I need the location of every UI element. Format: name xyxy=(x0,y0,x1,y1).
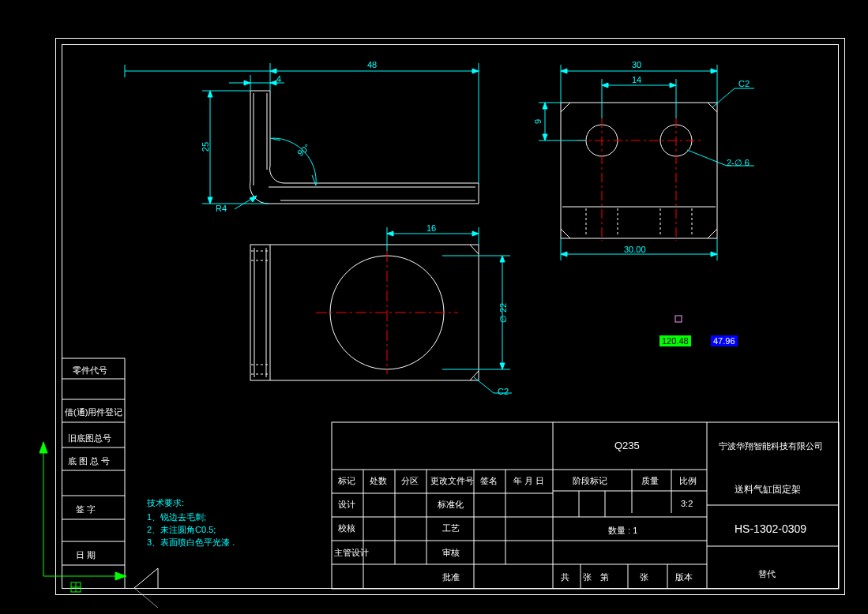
tb-chushu: 处数 xyxy=(370,475,387,487)
tb-material: Q235 xyxy=(614,440,640,451)
svg-line-11 xyxy=(312,175,316,185)
tb-partname: 送料气缸固定架 xyxy=(735,483,801,496)
notes-3: 3、表面喷白色平光漆 . xyxy=(147,537,235,548)
dim-bottom: 30.00 xyxy=(624,245,646,254)
tb-zhiliang: 质量 xyxy=(641,475,659,487)
svg-line-42 xyxy=(474,377,494,393)
tb-jiaohe: 校核 xyxy=(338,522,355,534)
tb-sheji: 设计 xyxy=(338,499,355,511)
tb-wenjian: 更改文件号 xyxy=(430,475,474,487)
tb-nyr: 年 月 日 xyxy=(513,475,544,487)
dim-c2b: C2 xyxy=(498,387,509,396)
lc-3: 旧底图总号 xyxy=(68,432,111,444)
dim-h26: 2-∅ 6 xyxy=(727,158,750,168)
lc-2: 借(通)用件登记 xyxy=(65,406,122,418)
svg-rect-118 xyxy=(675,316,682,322)
notes-title: 技术要求: xyxy=(147,497,184,509)
svg-line-47 xyxy=(561,229,570,238)
dim-48: 48 xyxy=(367,60,377,69)
tb-fenqu: 分区 xyxy=(401,475,419,487)
tb-biaoji: 标记 xyxy=(338,475,355,487)
dim-c2a: C2 xyxy=(738,79,750,88)
tb-zhang2: 张 xyxy=(583,571,592,583)
tb-jieduan: 阶段标记 xyxy=(573,475,607,487)
lc-6: 日 期 xyxy=(76,549,96,561)
svg-line-26 xyxy=(470,371,479,380)
svg-line-25 xyxy=(470,245,479,254)
tb-shenhe: 审核 xyxy=(442,547,460,559)
dim-r4: R4 xyxy=(216,204,227,213)
lc-1: 零件代号 xyxy=(73,365,107,376)
tb-banben: 版本 xyxy=(675,571,693,583)
svg-line-68 xyxy=(712,88,735,107)
svg-line-48 xyxy=(708,229,717,238)
tb-zhang3: 张 xyxy=(640,571,648,583)
tb-partno: HS-1302-0309 xyxy=(735,522,806,535)
coord-y: 47.96 xyxy=(711,335,738,346)
svg-line-115 xyxy=(134,568,158,588)
dim-22: ∅ 22 xyxy=(498,303,509,323)
dim-4: 4 xyxy=(276,74,281,84)
dim-16: 16 xyxy=(426,223,436,233)
lc-5: 签 字 xyxy=(76,504,96,515)
tb-gong: 共 xyxy=(561,571,569,583)
tb-pizhun: 批准 xyxy=(442,571,460,583)
dim-30: 30 xyxy=(632,60,641,69)
tb-bili: 比例 xyxy=(679,475,697,487)
dim-25: 25 xyxy=(201,142,210,152)
coord-x: 120.48 xyxy=(659,335,691,346)
tb-shuliang: 数量 : 1 xyxy=(608,525,637,537)
tb-zhang: 第 xyxy=(600,571,609,583)
svg-line-116 xyxy=(134,588,158,608)
notes-2: 2、未注圆角C0.5; xyxy=(147,524,216,536)
svg-rect-44 xyxy=(561,103,717,238)
tb-company: 宁波华翔智能科技有限公司 xyxy=(719,440,823,452)
tb-gongyi: 工艺 xyxy=(442,522,460,534)
svg-line-45 xyxy=(561,103,570,112)
tb-scale: 3:2 xyxy=(681,499,693,508)
tb-qianming: 签名 xyxy=(480,475,498,487)
svg-line-70 xyxy=(687,150,727,166)
dim-9: 9 xyxy=(533,119,543,124)
dim-14: 14 xyxy=(632,75,641,84)
tb-biaozhunhua: 标准化 xyxy=(438,499,464,511)
tb-zhuguan: 主管设计 xyxy=(334,547,369,559)
tb-tidai: 替代 xyxy=(758,568,776,580)
lc-4: 底 图 总 号 xyxy=(68,455,110,467)
notes-1: 1、锐边去毛刺; xyxy=(147,511,206,523)
